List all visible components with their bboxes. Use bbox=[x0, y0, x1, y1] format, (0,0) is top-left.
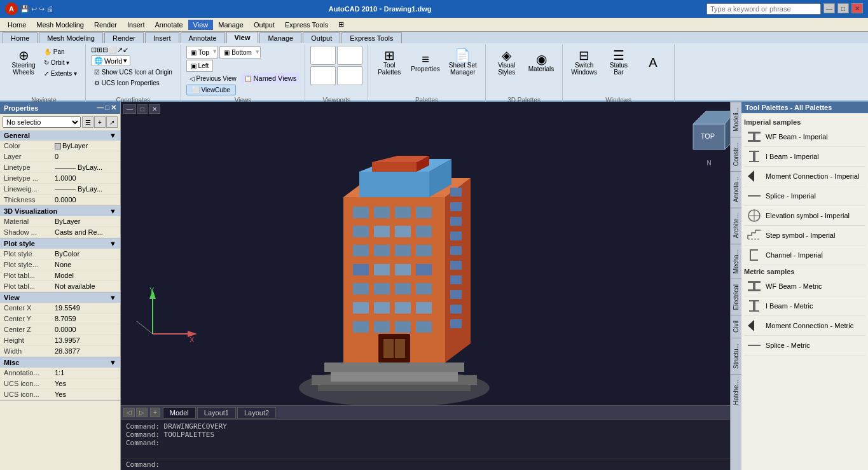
tab-view[interactable]: View bbox=[226, 32, 259, 43]
maximize-button[interactable]: □ bbox=[837, 3, 849, 13]
scroll-left-button[interactable]: ◁ bbox=[123, 408, 135, 417]
building-svg bbox=[267, 153, 521, 405]
sidebar-tab-electrical[interactable]: Electrical bbox=[731, 279, 741, 315]
previous-view-button[interactable]: ◁ Previous View bbox=[186, 74, 240, 83]
left-view-button[interactable]: ▣ Left bbox=[188, 61, 212, 71]
sheet-set-icon: 📄 bbox=[455, 49, 471, 62]
pick-add-button[interactable]: + bbox=[94, 116, 106, 128]
moment-connection-imperial-icon bbox=[747, 169, 762, 184]
palette-item-moment-connection-metric[interactable]: Moment Connection - Metric bbox=[744, 316, 865, 336]
palette-item-splice-metric[interactable]: Splice - Metric bbox=[744, 336, 865, 356]
tab-mesh-modeling[interactable]: Mesh Modeling bbox=[39, 32, 103, 43]
section-misc-header[interactable]: Misc ▼ bbox=[0, 357, 120, 368]
command-input[interactable] bbox=[162, 460, 736, 469]
sidebar-tab-mechanical[interactable]: Mecha... bbox=[731, 244, 741, 279]
menu-manage[interactable]: Manage bbox=[213, 20, 249, 30]
menu-home[interactable]: Home bbox=[3, 20, 31, 30]
status-bar-button[interactable]: ☰ StatusBar bbox=[603, 46, 635, 79]
materials-button[interactable]: ◉ Materials bbox=[525, 50, 558, 76]
palette-item-i-beam-metric[interactable]: I Beam - Metric bbox=[744, 296, 865, 316]
viewport-btn2[interactable] bbox=[337, 46, 362, 65]
layout1-tab[interactable]: Layout1 bbox=[197, 407, 236, 418]
sidebar-tab-construction[interactable]: Constr... bbox=[731, 137, 741, 171]
palette-item-moment-connection-imperial[interactable]: Moment Connection - Imperial bbox=[744, 167, 865, 186]
palette-item-step-symbol-imperial[interactable]: Step symbol - Imperial bbox=[744, 226, 865, 245]
properties-minimize[interactable]: — bbox=[97, 104, 104, 112]
object-selector[interactable]: No selectio bbox=[3, 116, 81, 128]
viewcube-container[interactable]: TOP N bbox=[684, 108, 734, 159]
properties-ribbon-button[interactable]: ≡ Properties bbox=[408, 50, 443, 76]
select-objects-button[interactable]: ↗ bbox=[106, 116, 118, 128]
palette-item-wf-beam-imperial[interactable]: WF Beam - Imperial bbox=[744, 127, 865, 147]
switch-windows-button[interactable]: ⊟ SwitchWindows bbox=[568, 46, 600, 79]
steering-wheels-button[interactable]: ⊕ SteeringWheels bbox=[8, 46, 39, 79]
workspaces-button[interactable]: A bbox=[637, 53, 669, 72]
menu-extra[interactable]: ⊞ bbox=[333, 19, 349, 30]
tab-express-tools[interactable]: Express Tools bbox=[341, 32, 401, 43]
scroll-right-button[interactable]: ▷ bbox=[136, 408, 148, 417]
new-layout-button[interactable]: + bbox=[150, 408, 160, 417]
center-x-val: 19.5549 bbox=[53, 303, 118, 312]
orbit-button[interactable]: ↻ Orbit ▾ bbox=[41, 58, 80, 67]
palette-item-i-beam-imperial[interactable]: I Beam - Imperial bbox=[744, 147, 865, 167]
properties-close[interactable]: ✕ bbox=[111, 104, 116, 112]
menu-express-tools[interactable]: Express Tools bbox=[280, 20, 333, 30]
menu-view[interactable]: View bbox=[188, 20, 214, 30]
bottom-view-button[interactable]: ▣ Bottom bbox=[221, 48, 254, 57]
viewcube-n[interactable]: N bbox=[706, 160, 711, 167]
svg-rect-51 bbox=[450, 290, 462, 299]
menu-render[interactable]: Render bbox=[89, 20, 122, 30]
close-button[interactable]: ✕ bbox=[851, 3, 863, 13]
viewport-canvas[interactable]: — □ ✕ TOP N bbox=[121, 102, 741, 405]
viewport-btn3[interactable] bbox=[310, 66, 336, 85]
palette-item-splice-imperial[interactable]: Splice - Imperial bbox=[744, 186, 865, 206]
sidebar-tab-annotation[interactable]: Annota... bbox=[731, 171, 741, 207]
tab-manage[interactable]: Manage bbox=[259, 32, 301, 43]
viewport-btn4[interactable] bbox=[337, 66, 362, 85]
menu-mesh-modeling[interactable]: Mesh Modeling bbox=[31, 20, 89, 30]
menu-annotate[interactable]: Annotate bbox=[150, 20, 188, 30]
viewport-btn1[interactable] bbox=[310, 46, 336, 65]
viewport-restore[interactable]: □ bbox=[137, 104, 148, 114]
sidebar-tab-civil[interactable]: Civil bbox=[731, 315, 741, 338]
menu-output[interactable]: Output bbox=[249, 20, 280, 30]
top-view-button[interactable]: ▣ Top bbox=[188, 47, 213, 57]
section-general-header[interactable]: General ▼ bbox=[0, 130, 120, 141]
section-3d-viz-header[interactable]: 3D Visualization ▼ bbox=[0, 206, 120, 216]
tab-insert[interactable]: Insert bbox=[145, 32, 179, 43]
toggle-selection-button[interactable]: ☰ bbox=[82, 116, 93, 128]
extents-button[interactable]: ⤢ Extents ▾ bbox=[41, 69, 80, 78]
viewport-close[interactable]: ✕ bbox=[149, 104, 160, 114]
pan-button[interactable]: ✋ Pan bbox=[41, 47, 80, 57]
world-dropdown[interactable]: 🌐 World ▾ bbox=[91, 55, 131, 66]
sidebar-tab-architecture[interactable]: Archite... bbox=[731, 207, 741, 243]
sidebar-tab-hatching[interactable]: Hatche... bbox=[731, 374, 741, 410]
tab-render[interactable]: Render bbox=[104, 32, 144, 43]
sidebar-tab-structural[interactable]: Structu... bbox=[731, 338, 741, 374]
tab-output[interactable]: Output bbox=[303, 32, 340, 43]
properties-maximize[interactable]: □ bbox=[105, 104, 109, 112]
minimize-button[interactable]: — bbox=[823, 3, 835, 13]
properties-panel: Properties — □ ✕ No selectio ☰ + ↗ Gener… bbox=[0, 102, 121, 470]
sheet-set-manager-button[interactable]: 📄 Sheet SetManager bbox=[446, 46, 480, 79]
viewcube-button[interactable]: ⬜ ViewCube bbox=[186, 85, 236, 95]
search-input[interactable] bbox=[706, 3, 821, 15]
palette-item-channel-imperial[interactable]: Channel - Imperial bbox=[744, 245, 865, 265]
viewport-minimize[interactable]: — bbox=[123, 104, 136, 114]
tab-home[interactable]: Home bbox=[3, 32, 38, 43]
named-views-button[interactable]: 📋 Named Views bbox=[241, 73, 300, 83]
sidebar-tab-modeling[interactable]: Modeli... bbox=[731, 102, 741, 137]
tool-palettes-button[interactable]: ⊞ ToolPalettes bbox=[373, 46, 405, 79]
section-plot-style-header[interactable]: Plot style ▼ bbox=[0, 238, 120, 249]
visual-styles-button[interactable]: ◈ VisualStyles bbox=[491, 46, 523, 79]
palette-item-wf-beam-metric[interactable]: WF Beam - Metric bbox=[744, 277, 865, 296]
layout2-tab[interactable]: Layout2 bbox=[237, 407, 276, 418]
tab-annotate[interactable]: Annotate bbox=[181, 32, 225, 43]
section-view-header[interactable]: View ▼ bbox=[0, 293, 120, 303]
show-ucs-icon-button[interactable]: ☑ Show UCS Icon at Origin bbox=[91, 67, 176, 77]
palette-item-elevation-symbol-imperial[interactable]: Elevation symbol - Imperial bbox=[744, 206, 865, 226]
menu-insert[interactable]: Insert bbox=[122, 20, 150, 30]
ucs-icon-properties-button[interactable]: ⚙ UCS Icon Properties bbox=[91, 78, 163, 88]
tool-palettes-title: Tool Palettes - All Palettes bbox=[745, 104, 832, 111]
model-tab[interactable]: Model bbox=[163, 407, 196, 418]
